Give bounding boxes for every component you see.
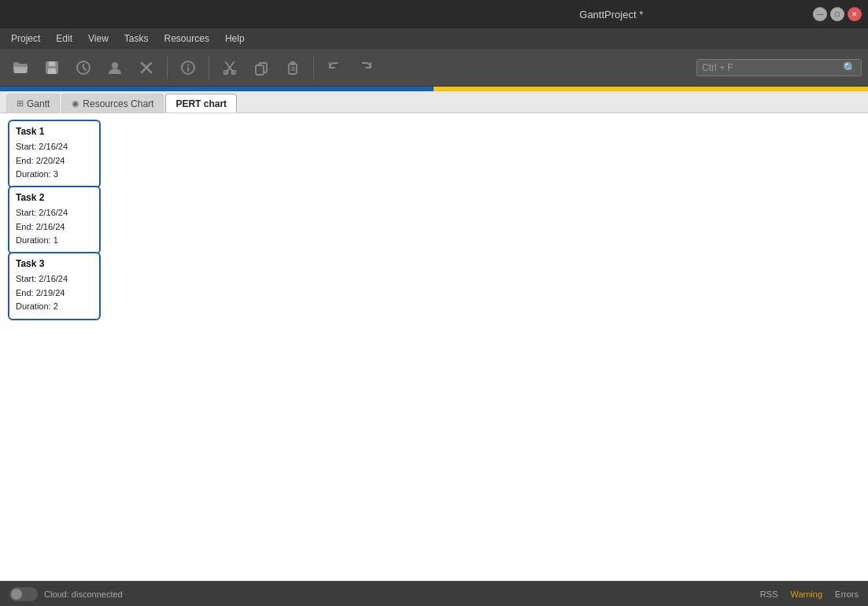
task1-duration: Duration: 3 xyxy=(16,168,93,182)
task3-duration: Duration: 2 xyxy=(16,300,93,314)
open-folder-button[interactable] xyxy=(6,54,35,82)
menu-edit[interactable]: Edit xyxy=(50,31,79,46)
task2-title: Task 2 xyxy=(16,192,93,203)
svg-rect-15 xyxy=(256,65,264,75)
task2-info: Start: 2/16/24 End: 2/16/24 Duration: 1 xyxy=(16,206,93,248)
toolbar-separator-1 xyxy=(167,57,168,79)
menu-help[interactable]: Help xyxy=(219,31,251,46)
search-box[interactable]: 🔍 xyxy=(696,59,862,76)
task3-title: Task 3 xyxy=(16,258,93,269)
gantt-tab-label: Gantt xyxy=(27,98,50,109)
resources-tab-label: Resources Chart xyxy=(83,98,153,109)
menu-view[interactable]: View xyxy=(82,31,115,46)
svg-rect-9 xyxy=(187,67,189,72)
menu-tasks[interactable]: Tasks xyxy=(118,31,155,46)
window-controls: — □ ✕ xyxy=(813,7,862,21)
task2-duration: Duration: 1 xyxy=(16,234,93,248)
task3-end: End: 2/19/24 xyxy=(16,286,93,301)
cloud-toggle[interactable] xyxy=(9,587,38,601)
history-button[interactable] xyxy=(69,54,98,82)
task1-start: Start: 2/16/24 xyxy=(16,140,93,154)
copy-button[interactable] xyxy=(247,54,275,82)
pert-card-task2[interactable]: Task 2 Start: 2/16/24 End: 2/16/24 Durat… xyxy=(8,186,101,254)
task2-end: End: 2/16/24 xyxy=(16,220,93,235)
task1-end: End: 2/20/24 xyxy=(16,154,93,168)
tab-resources[interactable]: ◉ Resources Chart xyxy=(61,94,164,113)
close-window-button[interactable]: ✕ xyxy=(848,7,862,21)
errors-link[interactable]: Errors xyxy=(835,589,859,599)
status-bar: Cloud: disconnected RSS Warning Errors xyxy=(0,581,868,606)
close-document-button[interactable] xyxy=(132,54,161,82)
tab-bar: ⊞ Gantt ◉ Resources Chart PERT chart xyxy=(0,91,868,113)
svg-rect-17 xyxy=(290,61,295,65)
task3-info: Start: 2/16/24 End: 2/19/24 Duration: 2 xyxy=(16,272,93,314)
menu-project[interactable]: Project xyxy=(5,31,46,46)
search-input[interactable] xyxy=(702,62,843,73)
maximize-button[interactable]: □ xyxy=(830,7,844,21)
redo-button[interactable] xyxy=(352,54,380,82)
gantt-tab-icon: ⊞ xyxy=(17,98,24,109)
svg-point-8 xyxy=(187,64,189,65)
menu-bar: Project Edit View Tasks Resources Help xyxy=(0,28,868,49)
app-title: GanttProject * xyxy=(410,9,814,20)
user-button[interactable] xyxy=(101,54,129,82)
menu-resources[interactable]: Resources xyxy=(158,31,216,46)
toolbar: 🔍 xyxy=(0,49,868,87)
minimize-button[interactable]: — xyxy=(813,7,827,21)
warning-link[interactable]: Warning xyxy=(790,589,822,599)
cloud-status: Cloud: disconnected xyxy=(44,589,123,599)
toolbar-separator-2 xyxy=(209,57,209,79)
status-right: RSS Warning Errors xyxy=(760,589,859,599)
save-button[interactable] xyxy=(38,54,66,82)
pert-tab-label: PERT chart xyxy=(175,98,227,109)
info-button[interactable] xyxy=(174,54,202,82)
task3-start: Start: 2/16/24 xyxy=(16,272,93,286)
toolbar-separator-3 xyxy=(313,57,314,79)
paste-button[interactable] xyxy=(279,54,307,82)
search-icon: 🔍 xyxy=(843,61,856,74)
tab-gantt[interactable]: ⊞ Gantt xyxy=(6,94,60,113)
task2-start: Start: 2/16/24 xyxy=(16,206,93,220)
svg-rect-1 xyxy=(49,61,55,66)
title-bar: GanttProject * — □ ✕ xyxy=(0,0,868,28)
rss-link[interactable]: RSS xyxy=(760,589,778,599)
undo-button[interactable] xyxy=(320,54,349,82)
pert-card-task1[interactable]: Task 1 Start: 2/16/24 End: 2/20/24 Durat… xyxy=(8,120,101,188)
cut-button[interactable] xyxy=(216,54,244,82)
pert-card-task3[interactable]: Task 3 Start: 2/16/24 End: 2/19/24 Durat… xyxy=(8,252,101,320)
task1-title: Task 1 xyxy=(16,126,93,137)
resources-tab-icon: ◉ xyxy=(72,98,79,109)
tab-pert[interactable]: PERT chart xyxy=(165,94,237,113)
svg-rect-2 xyxy=(48,68,56,74)
pert-chart-area: Task 1 Start: 2/16/24 End: 2/20/24 Durat… xyxy=(0,113,868,581)
task1-info: Start: 2/16/24 End: 2/20/24 Duration: 3 xyxy=(16,140,93,182)
svg-point-4 xyxy=(112,62,118,68)
